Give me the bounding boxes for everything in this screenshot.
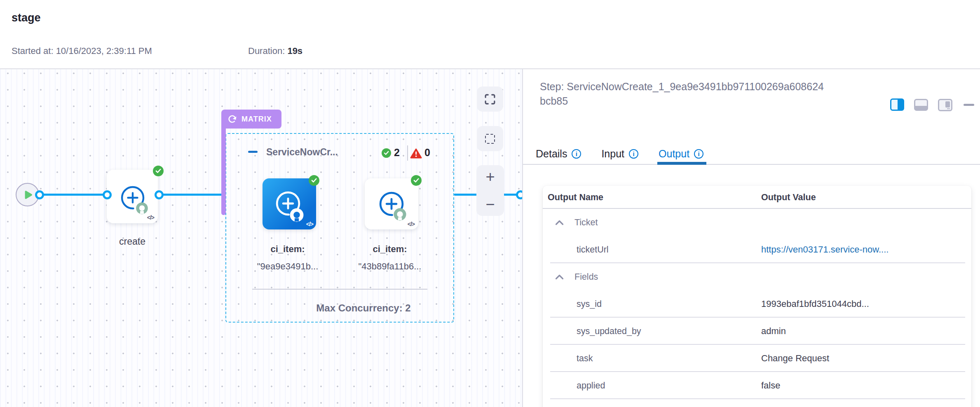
expand-icon [484,94,496,105]
table-row: sys_updated_byadmin [543,318,971,345]
matrix-collapse-button[interactable] [248,151,258,153]
table-row: sys_id1993ebaf1bfd351044cbd... [543,290,971,318]
step-title: Step: ServiceNowCreate_1_9ea9e3491bb9711… [540,80,824,108]
layout-split-right-button[interactable] [890,98,904,111]
matrix-step-title[interactable]: ServiceNowCr... [266,147,338,158]
matrix-accent-bar [221,121,226,215]
edge-start-to-create [40,194,107,196]
tab-output-label: Output [659,148,689,160]
matrix-group-box[interactable] [225,133,454,323]
output-name: sys_updated_by [577,326,641,337]
tab-details[interactable]: Details i [536,144,581,164]
code-icon: </> [306,221,313,227]
zoom-in-button[interactable]: + [476,168,504,186]
output-value: false [761,380,780,391]
output-value: 1993ebaf1bfd351044cbd... [761,299,869,309]
marquee-icon [485,134,495,144]
matrix-fail-count: 0 [424,147,430,159]
code-icon: </> [408,221,415,227]
info-icon[interactable]: i [572,149,581,159]
node-label-key: ci_item: [246,244,330,255]
max-concurrency-label: Max Concurrency: 2 [281,302,446,314]
duration-value: 19s [285,46,302,56]
loop-icon [227,115,238,124]
output-value: Change Request [761,353,829,364]
output-value: admin [761,326,786,337]
duration: Duration: 19s [248,46,302,56]
page-title: stage [12,12,41,24]
check-icon [311,178,317,183]
matrix-success-count: 2 [394,147,400,159]
layout-bottom-button[interactable] [914,99,928,111]
marquee-select-button[interactable] [477,126,503,151]
table-row: taskChange Request [543,345,971,372]
matrix-node-1[interactable]: </> [263,178,316,229]
collapse-group-button[interactable] [555,274,564,281]
create-node-label: create [105,236,160,247]
step-details-panel: Step: ServiceNowCreate_1_9ea9e3491bb9711… [522,69,980,407]
tab-input[interactable]: Input i [601,144,638,164]
fit-to-screen-button[interactable] [477,87,503,112]
node-label-value: "43b89fa11b6... [348,261,432,272]
table-group-row[interactable]: Fields [543,263,971,290]
layout-floating-button[interactable] [938,99,952,111]
matrix-footer-divider [252,289,427,290]
chevron-up-icon [555,220,564,225]
servicenow-logo-icon [393,207,407,222]
node-label-value: "9ea9e3491b... [246,261,330,272]
matrix-badge-label: MATRIX [241,115,272,124]
create-step-node[interactable]: </> [107,170,158,223]
output-value-link[interactable]: https://ven03171.service-now.... [761,244,889,255]
output-name: sys_id [577,299,602,309]
matrix-count-separator [407,145,408,161]
tab-output[interactable]: Output i [659,144,703,164]
servicenow-logo-icon [289,207,305,223]
matrix-badge[interactable]: MATRIX [221,110,281,129]
duration-label: Duration: [248,46,285,56]
zoom-out-button[interactable]: − [476,195,504,213]
output-table: Output Name Output Value TicketticketUrl… [543,186,971,407]
zoom-control: + − [476,165,504,216]
success-badge-icon [411,175,422,186]
check-icon [413,178,419,183]
step-tabs: Details i Input i Output i [523,144,980,165]
output-name: applied [577,381,605,391]
execution-graph-screen: stage Started at: 10/16/2023, 2:39:11 PM… [0,0,980,407]
success-badge-icon [153,166,164,176]
started-at-label: Started at: [12,46,54,56]
pipeline-canvas[interactable]: MATRIX ServiceNowCr... 2 0 </> [0,69,522,407]
table-group-row[interactable]: Ticket [543,209,971,236]
column-output-value: Output Value [761,192,816,203]
collapse-group-button[interactable] [555,220,564,227]
output-name: ticketUrl [577,245,609,255]
started-at-value: 10/16/2023, 2:39:11 PM [54,46,152,56]
group-label: Fields [574,272,598,282]
port-create-in [103,190,112,199]
code-icon: </> [147,214,154,221]
table-row: appliedfalse [543,372,971,399]
output-table-body: TicketticketUrlhttps://ven03171.service-… [543,209,971,399]
output-table-header: Output Name Output Value [543,186,971,209]
layout-floating-inner [945,101,950,108]
tab-details-label: Details [536,148,567,160]
port-start-out [35,190,44,199]
warning-triangle-icon [410,148,422,161]
group-label: Ticket [574,218,598,228]
play-icon [23,189,33,200]
port-canvas-exit [516,190,522,199]
node-label-key: ci_item: [348,244,432,255]
table-row: ticketUrlhttps://ven03171.service-now...… [543,236,971,263]
servicenow-logo-icon [135,201,149,215]
layout-floating-dash [947,108,950,110]
minimize-panel-button[interactable] [964,104,974,106]
info-icon[interactable]: i [694,149,703,159]
matrix-node-2[interactable]: </> [365,178,418,229]
chevron-up-icon [555,274,564,280]
edge-create-to-matrix [159,194,224,196]
info-icon[interactable]: i [629,149,638,159]
tab-input-label: Input [601,148,624,160]
column-output-name: Output Name [548,192,603,203]
output-name: task [577,353,593,364]
check-icon [384,151,389,155]
success-badge-icon [309,175,319,186]
